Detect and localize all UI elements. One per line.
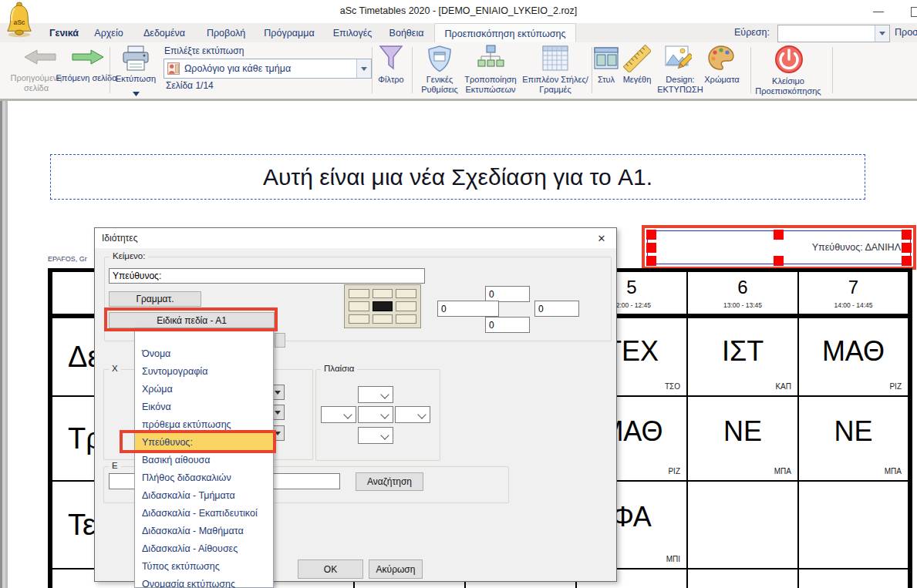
lesson-cell <box>688 482 799 570</box>
lesson-cell <box>799 482 908 570</box>
selection-handle[interactable] <box>646 243 656 253</box>
general-settings-shield-icon <box>426 45 453 76</box>
menu-item-onomasia-ektyposis[interactable]: Ονομασία εκτύπωσης <box>135 575 273 588</box>
search-input[interactable] <box>780 27 874 40</box>
tab-voitheia[interactable]: Βοήθεια <box>384 23 429 42</box>
selected-element-text: Υπεύθυνος: ΔΑΝΙΗΛ <box>812 242 901 253</box>
menu-item-didaskalia-mathimata[interactable]: Διδασκαλία - Μαθήματα <box>135 522 273 539</box>
ribbon-toolbar: Προηγούμενη σελίδα Επόμενη σελίδα Εκτύπω… <box>0 42 917 99</box>
menu-item-prothema[interactable]: πρόθεμα εκτύπωσης <box>135 415 273 433</box>
minimize-icon[interactable]: — <box>873 5 884 17</box>
design-image-pencil-icon <box>664 45 692 75</box>
page-indicator: Σελίδα 1/14 <box>166 81 214 91</box>
modify-printouts-tree-icon <box>476 45 505 76</box>
menu-item-didaskalia-tmimata[interactable]: Διδασκαλία - Τμήματα <box>135 486 273 504</box>
font-button[interactable]: Γραμματ. <box>109 291 201 307</box>
heading-design-element[interactable]: Αυτή είναι μια νέα Σχεδίαση για το A1. <box>50 154 865 200</box>
selected-design-element[interactable]: Υπεύθυνος: ΔΑΝΙΗΛ <box>642 225 916 270</box>
svg-text:aSc: aSc <box>13 18 25 26</box>
selection-handle[interactable] <box>774 230 784 240</box>
extra-columns-grid-icon <box>541 45 569 76</box>
period-header-7: 7 14:00 - 14:45 <box>799 272 908 318</box>
lesson-cell: ΙΣΤΚΑΠ <box>688 318 799 397</box>
margin-left-input[interactable] <box>437 301 499 317</box>
menu-item-ypefthynos-highlighted[interactable]: Υπεύθυνος: <box>135 433 273 451</box>
selection-handle[interactable] <box>902 230 912 240</box>
overflow-menu-label[interactable]: Προσ <box>895 27 917 38</box>
filter-icon <box>377 45 405 76</box>
alignment-grid[interactable] <box>344 284 421 328</box>
menu-item-vasiki-aithousa[interactable]: Βασική αίθουσα <box>135 451 273 469</box>
close-preview-power-icon <box>773 43 805 79</box>
menu-item-syntomografia[interactable]: Συντομογραφία <box>135 362 273 380</box>
tab-epiloges[interactable]: Επιλογές <box>329 23 376 42</box>
search-combobox[interactable] <box>777 25 890 42</box>
menu-item-eikona[interactable]: Εικόνα <box>135 398 273 415</box>
period-header-6: 6 13:00 - 13:45 <box>688 272 799 318</box>
menu-item-plithos[interactable]: Πλήθος διδασκαλιών <box>135 469 273 486</box>
alignment-selected-cell[interactable] <box>373 301 393 311</box>
next-page-icon <box>69 49 106 69</box>
frame-select-right[interactable] <box>395 406 430 423</box>
margin-top-input[interactable] <box>485 286 530 302</box>
frame-select-bottom[interactable] <box>358 427 393 444</box>
dialog-title-bar[interactable]: Ιδιότητες ✕ <box>95 228 616 248</box>
chevron-down-icon <box>417 410 426 418</box>
dialog-close-icon[interactable]: ✕ <box>593 231 610 245</box>
tab-genika[interactable]: Γενικά <box>45 23 83 42</box>
menu-item-xroma[interactable]: Χρώμα <box>135 380 273 398</box>
menu-item-didaskalia-aithouses[interactable]: Διδασκαλία - Αίθουσες <box>135 539 273 557</box>
tab-provoli[interactable]: Προβολή <box>202 23 250 42</box>
frame-select-center[interactable] <box>358 406 393 423</box>
selection-handle[interactable] <box>902 243 912 253</box>
bottom-group-label: Ε <box>109 461 121 470</box>
frames-group-label: Πλαίσια <box>321 364 357 373</box>
frame-select-top[interactable] <box>358 386 393 403</box>
tab-bar: Γενικά Αρχείο Δεδομένα Προβολή Πρόγραμμα… <box>0 23 917 42</box>
text-value-input[interactable] <box>109 268 425 284</box>
menu-item-typos-ektyposis[interactable]: Τύπος εκτύπωσης <box>135 557 273 575</box>
app-logo-bell-icon[interactable]: aSc <box>5 2 34 39</box>
selection-handle[interactable] <box>902 256 912 266</box>
asc-timetables-window: aSc Timetables 2020 - [DEMO_ENIAIO_LYKEI… <box>0 0 917 588</box>
style-icon <box>593 46 619 74</box>
search-dropdown-icon[interactable] <box>875 25 889 42</box>
print-dropdown-icon[interactable] <box>133 86 140 99</box>
search-label: Εύρεση: <box>734 27 770 38</box>
ok-button[interactable]: OK <box>298 559 363 579</box>
menu-item-didaskalia-ekpaideutikoi[interactable]: Διδασκαλία - Εκαπιδευτικοί <box>135 504 273 522</box>
tab-arxeio[interactable]: Αρχείο <box>89 23 128 42</box>
prev-page-icon <box>22 49 59 69</box>
window-title: aSc Timetables 2020 - [DEMO_ENIAIO_LYKEI… <box>0 5 917 16</box>
menu-item-onoma[interactable]: Όνομα <box>135 344 273 362</box>
colors-palette-icon <box>707 45 735 75</box>
select-print-label: Επιλέξτε εκτύπωση <box>164 46 244 56</box>
print-select-dropdown-icon[interactable] <box>356 59 371 78</box>
special-fields-button[interactable]: Ειδικά πεδία - Α1 <box>109 312 275 328</box>
special-fields-menu: Όνομα Συντομογραφία Χρώμα Εικόνα πρόθεμα… <box>134 328 274 588</box>
heading-text: Αυτή είναι μια νέα Σχεδίαση για το A1. <box>263 164 652 190</box>
chevron-down-icon <box>380 390 389 398</box>
print-select-combobox[interactable]: Ωρολόγιο για κάθε τμήμα <box>164 59 372 79</box>
lesson-cell: ΝΕΜΠΑ <box>799 397 908 482</box>
tab-programma[interactable]: Πρόγραμμα <box>259 23 319 42</box>
text-group-label: Κείμενο: <box>110 251 148 260</box>
margin-right-input[interactable] <box>534 301 579 317</box>
chevron-down-icon <box>380 410 389 418</box>
publisher-note: EPAFOS, Gr <box>48 255 87 263</box>
sizes-ruler-icon <box>623 45 651 76</box>
selection-handle[interactable] <box>646 256 656 266</box>
selection-handle[interactable] <box>774 256 784 266</box>
search-button[interactable]: Αναζήτηση <box>356 472 423 491</box>
maximize-icon[interactable] <box>911 7 917 17</box>
preview-left-edge <box>0 101 8 588</box>
frame-select-left[interactable] <box>321 406 356 423</box>
tab-print-preview-active[interactable]: Προεπισκόπηση εκτύπωσης <box>434 23 576 43</box>
dialog-title: Ιδιότητες <box>102 233 137 244</box>
selection-handle[interactable] <box>646 230 656 240</box>
special-fields-adjacent-button[interactable] <box>275 333 285 348</box>
tab-dedomena[interactable]: Δεδομένα <box>137 23 191 42</box>
margin-bottom-input[interactable] <box>485 317 530 333</box>
cancel-button[interactable]: Ακύρωση <box>369 559 423 579</box>
chevron-down-icon <box>343 410 352 418</box>
